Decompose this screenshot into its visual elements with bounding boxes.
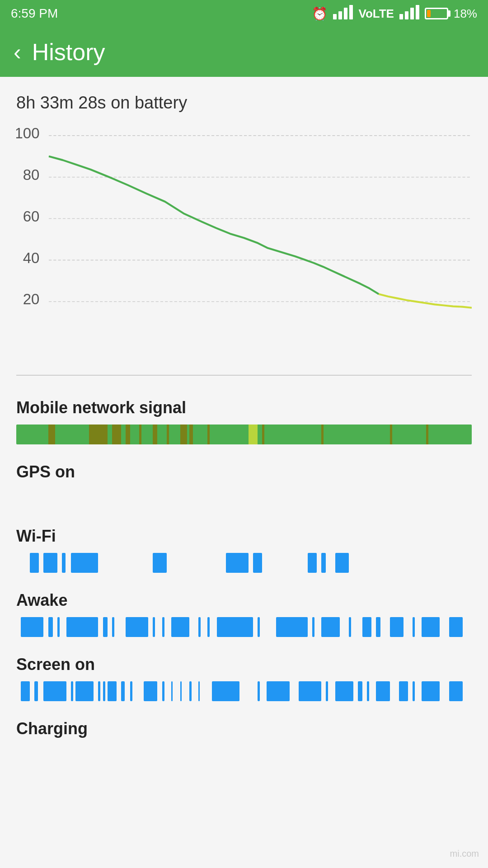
svg-text:60: 60	[23, 208, 40, 225]
wifi-segment	[335, 553, 349, 573]
section-charging-title: Charging	[16, 719, 472, 738]
wifi-segment	[253, 553, 262, 573]
awake-segment	[321, 617, 339, 637]
awake-segment	[207, 617, 210, 637]
main-content: 8h 33m 28s on battery 100 80 60 40 20	[0, 77, 488, 765]
wifi-segment	[153, 553, 166, 573]
gps-bar-fill	[16, 489, 472, 509]
svg-rect-3	[349, 5, 353, 19]
awake-segment	[162, 617, 164, 637]
screen-segment	[212, 681, 239, 701]
screen-segment	[326, 681, 328, 701]
battery-chart: 100 80 60 40 20	[16, 126, 472, 361]
awake-segment	[413, 617, 415, 637]
section-mobile-signal-title: Mobile network signal	[16, 398, 472, 417]
wifi-segment	[308, 553, 317, 573]
battery-icon	[425, 8, 448, 19]
status-time-group: 6:59 PM	[11, 6, 58, 21]
battery-fill	[427, 10, 431, 17]
svg-text:20: 20	[23, 291, 40, 307]
screen-segment	[144, 681, 157, 701]
battery-percent: 18%	[454, 7, 477, 21]
awake-segment	[258, 617, 260, 637]
wifi-segment	[71, 553, 98, 573]
wifi-segment	[321, 553, 326, 573]
screen-segment	[422, 681, 440, 701]
status-bar: 6:59 PM ⏰ VoLTE	[0, 0, 488, 27]
battery-duration: 8h 33m 28s on battery	[16, 93, 472, 113]
screen-segment	[267, 681, 289, 701]
screen-segment	[198, 681, 200, 701]
signal-bar-fill	[16, 425, 472, 444]
screen-segment	[98, 681, 100, 701]
screen-segment	[449, 681, 463, 701]
status-time: 6:59 PM	[11, 6, 58, 21]
charging-bar-fill	[16, 745, 472, 765]
screen-segment	[162, 681, 164, 701]
awake-segment	[312, 617, 314, 637]
awake-segment	[449, 617, 463, 637]
screen-segment	[21, 681, 30, 701]
screen-segment	[258, 681, 260, 701]
awake-segment	[112, 617, 114, 637]
chart-svg: 100 80 60 40 20	[16, 126, 472, 343]
section-gps-title: GPS on	[16, 462, 472, 481]
awake-segment	[276, 617, 308, 637]
awake-segment	[21, 617, 43, 637]
awake-segment	[217, 617, 253, 637]
wifi-segment	[43, 553, 57, 573]
page-title: History	[32, 38, 105, 66]
screen-segment	[71, 681, 73, 701]
gps-bar	[16, 489, 472, 509]
signal-icon	[333, 5, 353, 23]
section-gps: GPS on	[16, 462, 472, 509]
awake-bar	[16, 617, 472, 637]
screen-segment	[75, 681, 94, 701]
wifi-segment	[226, 553, 249, 573]
watermark: mi.com	[450, 849, 479, 859]
svg-rect-4	[399, 14, 403, 19]
volte-label: VoLTE	[358, 7, 394, 21]
section-wifi: Wi-Fi	[16, 527, 472, 573]
section-screen-on-title: Screen on	[16, 655, 472, 674]
status-icons: ⏰ VoLTE 18%	[312, 5, 477, 23]
screen-segment	[399, 681, 408, 701]
svg-text:100: 100	[16, 126, 39, 142]
section-screen-on: Screen on	[16, 655, 472, 701]
svg-rect-7	[416, 5, 419, 19]
back-button[interactable]: ‹	[14, 41, 21, 63]
awake-segment	[390, 617, 404, 637]
screen-segment	[413, 681, 415, 701]
alarm-icon: ⏰	[312, 6, 328, 21]
awake-segment	[126, 617, 148, 637]
svg-rect-0	[333, 14, 337, 19]
signal2-icon	[399, 5, 419, 23]
screen-segment	[43, 681, 66, 701]
awake-segment	[349, 617, 351, 637]
screen-segment	[335, 681, 353, 701]
screen-segment	[103, 681, 105, 701]
awake-segment	[376, 617, 380, 637]
chart-area: 100 80 60 40 20	[16, 126, 472, 343]
screen-segment	[34, 681, 38, 701]
screen-segment	[108, 681, 117, 701]
awake-segment	[66, 617, 99, 637]
screen-segment	[189, 681, 192, 701]
screen-segment	[367, 681, 369, 701]
awake-segment	[171, 617, 189, 637]
awake-segment	[103, 617, 108, 637]
screen-segment	[376, 681, 389, 701]
svg-rect-2	[344, 8, 347, 19]
awake-segment	[362, 617, 371, 637]
screen-segment	[130, 681, 132, 701]
mobile-signal-bar	[16, 425, 472, 444]
section-awake-title: Awake	[16, 591, 472, 610]
awake-segment	[198, 617, 201, 637]
charging-bar	[16, 745, 472, 765]
screen-segment	[299, 681, 321, 701]
svg-rect-5	[405, 11, 408, 19]
svg-rect-6	[410, 8, 414, 19]
section-wifi-title: Wi-Fi	[16, 527, 472, 546]
awake-segment	[153, 617, 155, 637]
awake-segment	[48, 617, 53, 637]
